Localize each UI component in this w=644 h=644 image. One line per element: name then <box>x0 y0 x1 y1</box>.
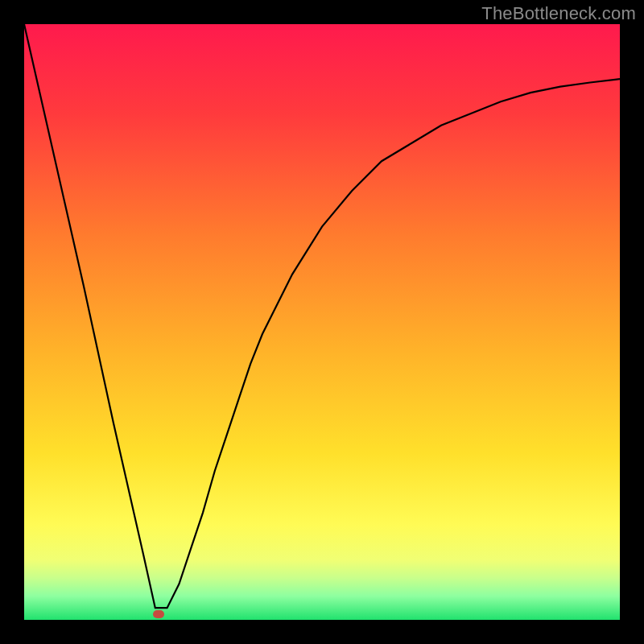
bottleneck-curve <box>24 24 620 608</box>
curve-layer <box>24 24 620 620</box>
plot-area <box>24 24 620 620</box>
attribution-text: TheBottleneck.com <box>481 3 636 24</box>
optimum-marker <box>153 610 164 618</box>
chart-frame: TheBottleneck.com <box>0 0 644 644</box>
